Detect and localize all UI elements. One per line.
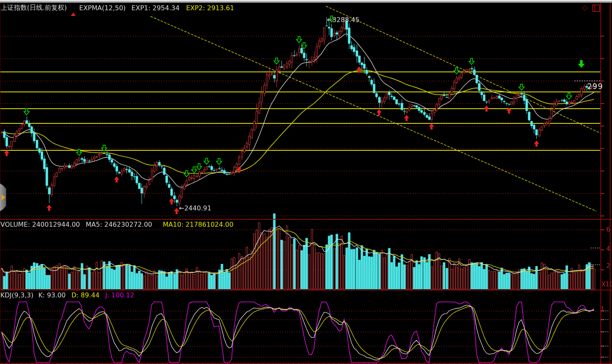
trading-terminal: 上证指数(日线.前复权) EXPMA(12,50) EXP1: 2954.34 … bbox=[0, 0, 612, 364]
window-top-strip bbox=[0, 0, 612, 3]
expand-arrow-icon bbox=[2, 194, 5, 200]
kdj-k-value: K: 93.00 bbox=[38, 291, 66, 299]
split-window-icon[interactable] bbox=[592, 4, 600, 12]
volume-ma5-value: MA5: 246230272.00 bbox=[86, 221, 152, 228]
volume-axis-multiplier: X10 bbox=[601, 281, 612, 288]
kdj-d-value: D: 89.44 bbox=[72, 291, 100, 299]
volume-ma10-value: MA10: 217861024.00 bbox=[163, 221, 234, 228]
volume-axis-tick-4: 4 bbox=[606, 245, 610, 252]
volume-header: VOLUME: 240012944.00 MA5: 246230272.00 M… bbox=[0, 221, 234, 228]
kdj-j-value: J: 100.12 bbox=[105, 291, 134, 299]
volume-axis-tick-2: 2 bbox=[606, 262, 610, 270]
main-chart-header: 上证指数(日线.前复权) EXPMA(12,50) EXP1: 2954.34 … bbox=[1, 4, 234, 12]
peak-annotation: ←3288.45 bbox=[327, 16, 360, 24]
current-price-label: 299 bbox=[587, 82, 603, 91]
symbol-label: 上证指数(日线.前复权) bbox=[1, 4, 67, 12]
volume-value: VOLUME: 240012944.00 bbox=[0, 221, 80, 228]
up-arrow-icon bbox=[71, 5, 76, 11]
volume-axis-tick-6: 6 bbox=[606, 226, 610, 233]
indicator-label: EXPMA(12,50) bbox=[79, 4, 126, 12]
trough-annotation: ←2440.91 bbox=[179, 204, 212, 212]
kdj-axis-tick-100: 1 bbox=[601, 306, 605, 313]
chart-canvas[interactable] bbox=[0, 0, 612, 364]
kdj-indicator-label: KDJ(9,3,3) bbox=[0, 291, 34, 299]
kdj-header: KDJ(9,3,3) K: 93.00 D: 89.44 J: 100.12 bbox=[0, 291, 134, 299]
diamond-icon[interactable]: ◇ bbox=[582, 3, 587, 11]
exp2-value: EXP2: 2913.61 bbox=[186, 4, 234, 12]
exp1-value: EXP1: 2954.34 bbox=[131, 4, 180, 12]
